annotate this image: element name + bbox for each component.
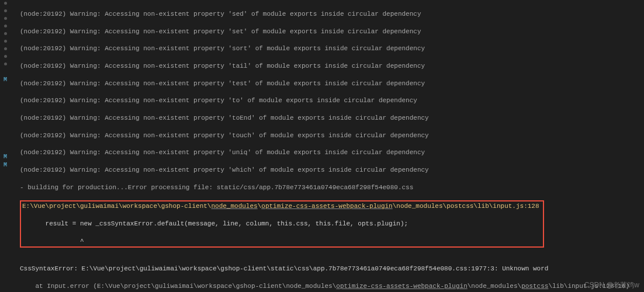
gutter-modified-mark: M [2, 161, 8, 167]
gutter-modified-mark: M [2, 76, 8, 82]
warning-line: (node:20192) Warning: Accessing non-exis… [20, 44, 639, 53]
gutter-dot [4, 2, 7, 5]
warning-line: (node:20192) Warning: Accessing non-exis… [20, 114, 639, 123]
gutter-modified-mark: M [2, 153, 8, 159]
error-header: CssSyntaxError: E:\Vue\project\guliwaima… [20, 265, 639, 273]
gutter-dot [4, 55, 7, 58]
error-code-line: result = new _cssSyntaxError.default(mes… [22, 220, 539, 228]
build-status-line: - building for production...Error proces… [20, 183, 639, 192]
gutter-dot [4, 47, 7, 50]
terminal-output[interactable]: (node:20192) Warning: Accessing non-exis… [0, 0, 644, 292]
warning-line: (node:20192) Warning: Accessing non-exis… [20, 27, 639, 36]
warning-line: (node:20192) Warning: Accessing non-exis… [20, 131, 639, 140]
warning-line: (node:20192) Warning: Accessing non-exis… [20, 96, 639, 105]
error-path: E:\Vue\project\guliwaimai\workspace\gsho… [22, 203, 539, 210]
blank-line [20, 248, 639, 256]
gutter-dot [4, 62, 7, 65]
warning-line: (node:20192) Warning: Accessing non-exis… [20, 10, 639, 19]
error-highlight-box: E:\Vue\project\guliwaimai\workspace\gsho… [20, 200, 544, 247]
stack-line: at Input.error (E:\Vue\project\guliwaima… [20, 282, 639, 291]
gutter-dot [4, 25, 7, 27]
editor-gutter: M M M [0, 0, 13, 292]
warning-line: (node:20192) Warning: Accessing non-exis… [20, 62, 639, 71]
gutter-dot [4, 32, 7, 35]
gutter-dot [4, 9, 7, 12]
warning-line: (node:20192) Warning: Accessing non-exis… [20, 166, 639, 175]
warning-line: (node:20192) Warning: Accessing non-exis… [20, 79, 639, 88]
error-caret: ^ [22, 237, 539, 246]
gutter-dot [4, 40, 7, 43]
warning-line: (node:20192) Warning: Accessing non-exis… [20, 148, 639, 157]
gutter-dot [4, 17, 7, 20]
watermark: CSDN @老菜鸡w [584, 280, 639, 290]
